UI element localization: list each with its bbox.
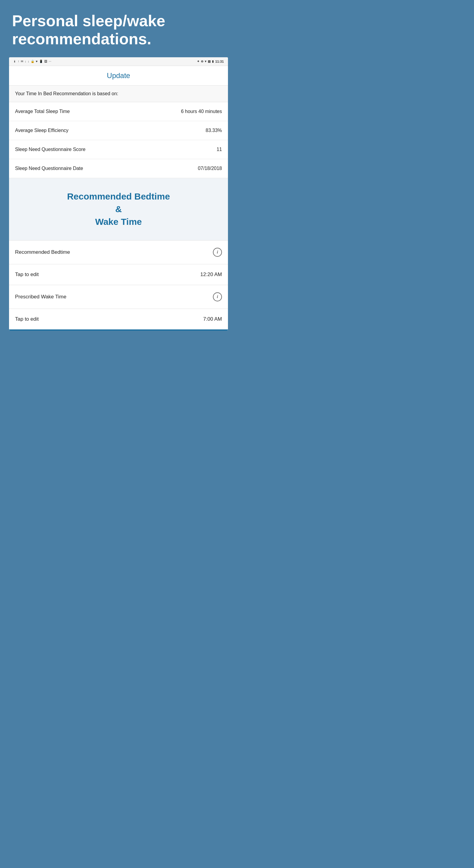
battery-icon: ▮ xyxy=(212,60,214,63)
tap-to-edit-bedtime-row[interactable]: Tap to edit 12:20 AM xyxy=(9,264,228,285)
tap-to-edit-bedtime-label: Tap to edit xyxy=(15,272,39,278)
metric-row-sleep-time: Average Total Sleep Time 6 hours 40 minu… xyxy=(9,102,228,121)
metric-label-sleep-efficiency: Average Sleep Efficiency xyxy=(15,128,68,133)
lock-icon: 🔒 xyxy=(31,60,34,63)
prescribed-wake-info-icon[interactable]: i xyxy=(213,292,222,301)
bedtime-time-value: 12:20 AM xyxy=(200,272,222,278)
time-display: 11:31 xyxy=(215,60,224,63)
recommendation-section: Recommended Bedtime & Wake Time xyxy=(9,178,228,241)
recommendation-title: Recommended Bedtime & Wake Time xyxy=(15,190,222,228)
wake-time-value: 7:00 AM xyxy=(203,316,222,322)
prescribed-wake-label: Prescribed Wake Time xyxy=(15,294,66,300)
heart-icon: ♥ xyxy=(36,60,38,63)
download2-icon: ↓ xyxy=(28,60,29,63)
header-section: Personal sleep/wake recommendations. xyxy=(0,0,237,57)
tap-to-edit-wake-label: Tap to edit xyxy=(15,316,39,322)
wifi-icon: ▾ xyxy=(205,60,206,63)
metric-label-questionnaire-date: Sleep Need Questionnaire Date xyxy=(15,166,83,171)
metric-row-questionnaire-date: Sleep Need Questionnaire Date 07/18/2018 xyxy=(9,159,228,178)
prescribed-wake-row[interactable]: Prescribed Wake Time i xyxy=(9,285,228,309)
phone-icon: 📱 xyxy=(39,60,43,63)
metric-label-sleep-time: Average Total Sleep Time xyxy=(15,109,70,114)
metric-row-sleep-efficiency: Average Sleep Efficiency 83.33% xyxy=(9,121,228,140)
app-bar: Update xyxy=(9,66,228,86)
temp-icon: 🌡 xyxy=(13,60,16,63)
upload-icon: ↑ xyxy=(18,60,19,63)
tap-to-edit-wake-row[interactable]: Tap to edit 7:00 AM xyxy=(9,309,228,331)
info-header-row: Your Time In Bed Recommendation is based… xyxy=(9,86,228,102)
phone-container: 🌡 ↑ ✉ ↓ ↓ 🔒 ♥ 📱 🖼 ··· ✦ ⊖ ▾ ▧ ▮ 11:31 Up… xyxy=(9,57,228,331)
metric-value-questionnaire-score: 11 xyxy=(216,147,222,152)
bedtime-section: Recommended Bedtime i Tap to edit 12:20 … xyxy=(9,241,228,331)
info-header-text: Your Time In Bed Recommendation is based… xyxy=(15,91,118,96)
app-bar-title[interactable]: Update xyxy=(107,71,130,80)
status-bar-icons-left: 🌡 ↑ ✉ ↓ ↓ 🔒 ♥ 📱 🖼 ··· xyxy=(13,60,51,63)
metric-label-questionnaire-score: Sleep Need Questionnaire Score xyxy=(15,147,86,152)
metric-value-questionnaire-date: 07/18/2018 xyxy=(198,166,222,171)
page-title: Personal sleep/wake recommendations. xyxy=(12,12,225,48)
status-bar: 🌡 ↑ ✉ ↓ ↓ 🔒 ♥ 📱 🖼 ··· ✦ ⊖ ▾ ▧ ▮ 11:31 xyxy=(9,57,228,66)
more-icon: ··· xyxy=(49,60,51,63)
bluetooth-icon: ✦ xyxy=(197,60,199,63)
info-content: Average Total Sleep Time 6 hours 40 minu… xyxy=(9,102,228,178)
recommended-bedtime-row[interactable]: Recommended Bedtime i xyxy=(9,241,228,264)
download-icon: ↓ xyxy=(25,60,26,63)
metric-row-questionnaire-score: Sleep Need Questionnaire Score 11 xyxy=(9,140,228,159)
metric-value-sleep-efficiency: 83.33% xyxy=(206,128,222,133)
recommended-bedtime-info-icon[interactable]: i xyxy=(213,248,222,257)
image-icon: 🖼 xyxy=(44,60,47,63)
metric-value-sleep-time: 6 hours 40 minutes xyxy=(181,109,222,114)
status-bar-right: ✦ ⊖ ▾ ▧ ▮ 11:31 xyxy=(197,60,224,63)
minus-circle-icon: ⊖ xyxy=(201,60,203,63)
recommended-bedtime-label: Recommended Bedtime xyxy=(15,249,70,255)
signal-icon: ▧ xyxy=(208,60,210,63)
email-icon: ✉ xyxy=(21,60,23,63)
